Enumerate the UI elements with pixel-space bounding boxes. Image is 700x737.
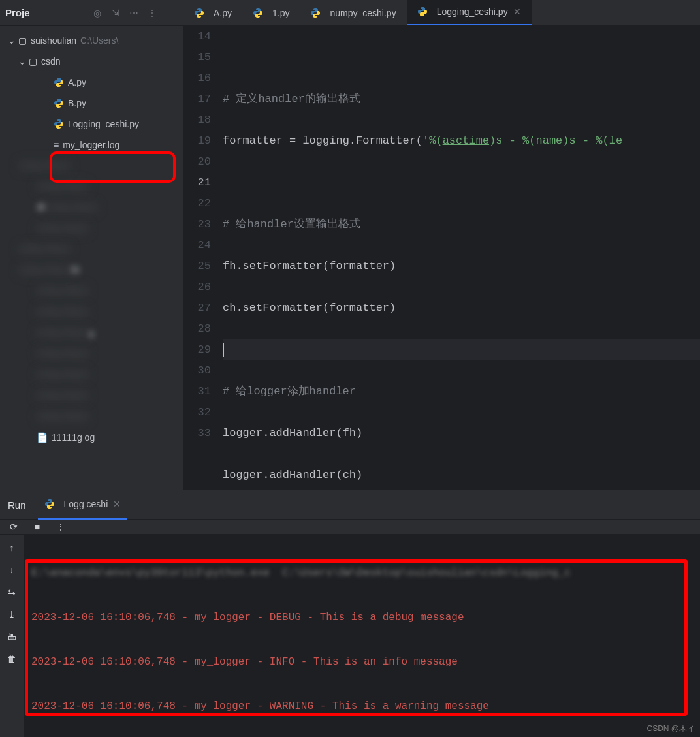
tree-item-blurred[interactable]: 傍 [0,197,183,218]
sidebar-title: Proje [5,7,30,18]
hide-icon[interactable]: — [163,6,178,20]
tree-item-blurred[interactable] [0,239,183,260]
tab-label: 1.py [272,8,289,18]
folder-label: csdn [41,56,61,67]
log-line: 2023-12-06 16:10:06,748 - my_logger - IN… [31,651,692,673]
tab-a-py[interactable]: A.py [183,0,242,25]
file-logging-py[interactable]: Logging_ceshi.py [0,114,183,134]
file-label: A.py [68,77,86,87]
tree-item-blurred[interactable] [0,406,183,427]
python-icon [54,119,64,129]
editor: A.py 1.py numpy_ceshi.py Logging_ceshi.p… [183,0,700,490]
code-area[interactable]: 1415161718192021222324252627282930313233… [183,26,700,490]
run-toolbar: ⟳ ■ ⋮ [0,520,700,535]
line-gutter: 1415161718192021222324252627282930313233 [183,26,223,490]
folder-icon: ▢ [29,56,37,67]
python-icon [54,98,64,108]
watermark: CSDN @木イ [646,723,695,734]
project-sidebar: Proje ◎ ⇲ ⋯ ⋮ — ⌄ ▢ suishoulian C:\Users… [0,0,183,490]
up-icon[interactable]: ↑ [10,542,14,553]
log-line: 2023-12-06 16:10:06,748 - my_logger - DE… [31,606,692,629]
file-label: B.py [68,98,86,108]
down-icon[interactable]: ↓ [10,565,14,575]
file-mylogger-log[interactable]: ≡ my_logger.log [0,134,183,155]
tree-item-blurred[interactable] [0,176,183,197]
tab-label: Logging_ceshi.py [437,7,508,17]
python-icon [253,8,263,18]
scroll-icon[interactable]: ⤓ [8,609,16,619]
tree-item-blurred[interactable]: g [0,322,183,343]
python-icon [54,77,64,87]
sidebar-header: Proje ◎ ⇲ ⋯ ⋮ — [0,0,183,26]
folder-csdn[interactable]: ⌄ ▢ csdn [0,51,183,72]
more-icon[interactable]: ⋮ [54,520,68,534]
file-a-py[interactable]: A.py [0,72,183,93]
trash-icon[interactable]: 🗑 [7,653,16,664]
file-label: 11111g og [52,432,95,443]
python-icon [310,8,321,18]
stop-icon[interactable]: ■ [30,520,44,534]
project-tree: ⌄ ▢ suishoulian C:\Users\ ⌄ ▢ csdn A.py … [0,26,183,490]
more-icon[interactable]: ⋮ [145,6,159,20]
file-label: my_logger.log [63,140,119,150]
run-header: Run Logg ceshi ✕ [0,490,700,520]
folder-icon: ▢ [18,35,27,46]
collapse-icon[interactable]: ⇲ [108,6,123,20]
file-b-py[interactable]: B.py [0,93,183,114]
tab-label: A.py [214,8,232,18]
editor-tabs: A.py 1.py numpy_ceshi.py Logging_ceshi.p… [183,0,700,26]
tree-item-blurred[interactable] [0,385,183,406]
tab-logging-py[interactable]: Logging_ceshi.py✕ [407,0,532,25]
tree-item-blurred[interactable] [0,364,183,385]
python-icon [44,499,55,509]
run-gutter: ↑ ↓ ⇆ ⤓ 🖶 🗑 [0,535,24,737]
caret [223,343,224,357]
tree-item-blurred[interactable] [0,302,183,322]
target-icon[interactable]: ◎ [90,6,104,20]
tab-numpy-py[interactable]: numpy_ceshi.py [300,0,406,25]
run-title: Run [8,499,26,510]
project-path: C:\Users\ [80,35,118,46]
log-line: 2023-12-06 16:10:06,748 - my_logger - WA… [31,695,692,717]
file-label: Logging_ceshi.py [68,119,139,129]
chevron-down-icon: ⌄ [18,56,29,67]
tab-1-py[interactable]: 1.py [242,0,300,25]
code-content[interactable]: # 定义handler的输出格式 formatter = logging.For… [223,26,700,490]
tree-item-blurred[interactable] [0,218,183,239]
close-icon[interactable]: ✕ [113,499,121,509]
project-root[interactable]: ⌄ ▢ suishoulian C:\Users\ [0,30,183,51]
close-icon[interactable]: ✕ [513,7,521,17]
settings-icon[interactable]: ⋯ [127,6,141,20]
text-file-icon: 📄 [37,432,48,443]
project-name: suishoulian [31,35,76,46]
rerun-icon[interactable]: ⟳ [7,520,21,534]
python-icon [417,7,428,17]
print-icon[interactable]: 🖶 [7,631,16,642]
run-tab-label: Logg ceshi [64,499,108,509]
python-icon [194,8,204,18]
tree-item-blurred[interactable] [0,343,183,364]
file-11111-log[interactable]: 📄 11111g og [0,427,183,448]
console-output[interactable]: E:\anaconda\envs\py39tor113\python.exe C… [24,535,700,737]
run-tab[interactable]: Logg ceshi ✕ [38,490,128,520]
tree-item-blurred[interactable] [0,281,183,302]
tree-item-blurred[interactable] [0,155,183,176]
wrap-icon[interactable]: ⇆ [8,587,16,597]
chevron-down-icon: ⌄ [8,35,18,46]
tab-label: numpy_ceshi.py [330,8,396,18]
console-command: E:\anaconda\envs\py39tor113\python.exe C… [31,562,692,584]
text-file-icon: ≡ [54,140,59,150]
run-panel: Run Logg ceshi ✕ ⟳ ■ ⋮ ↑ ↓ ⇆ ⤓ 🖶 🗑 E:\an… [0,490,700,737]
tree-item-blurred[interactable]: 剖 [0,260,183,281]
